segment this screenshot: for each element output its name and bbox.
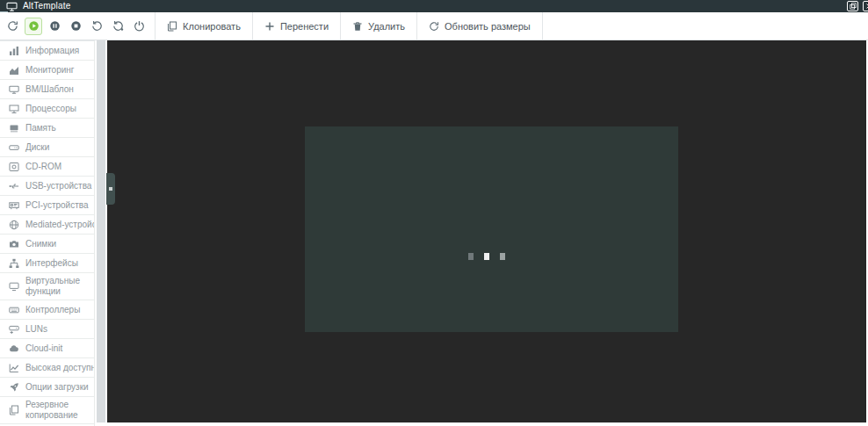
sidebar-scrollbar[interactable] <box>97 40 105 422</box>
sidebar-item-label: Cloud-init <box>25 343 62 354</box>
restore-icon <box>850 3 857 10</box>
area-chart-icon <box>9 65 19 76</box>
stop-circle-icon <box>70 20 82 32</box>
sidebar-item-interfaces[interactable]: Интерфейсы <box>0 254 94 273</box>
suspend-button[interactable] <box>46 18 63 35</box>
restart-icon <box>91 20 103 32</box>
delete-button[interactable]: Удалить <box>340 12 416 40</box>
sidebar-item-label: Снимки <box>25 239 56 249</box>
sidebar-item-info[interactable]: Информация <box>0 41 94 61</box>
sidebar-item-label: Информация <box>25 46 79 56</box>
sidebar-item-label: Процессоры <box>25 104 76 114</box>
console-screen[interactable] <box>305 126 678 332</box>
close-icon <box>865 3 868 10</box>
toolbar-actions: КлонироватьПеренестиУдалитьОбновить разм… <box>155 12 543 40</box>
sidebar-item-usb-devices[interactable]: USB-устройства <box>0 177 94 196</box>
sidebar-item-boot-options[interactable]: Опции загрузки <box>0 378 94 397</box>
sync-icon <box>429 21 439 32</box>
sidebar-item-label: Виртуальные функции <box>25 276 82 297</box>
sidebar-item-label: ВМ/Шаблон <box>25 84 74 95</box>
desktop-icon <box>9 104 19 114</box>
sidebar-item-monitoring[interactable]: Мониторинг <box>0 61 94 80</box>
sidebar-item-pci-devices[interactable]: PCI-устройства <box>0 196 94 215</box>
sidebar-item-label: CD-ROM <box>25 162 61 172</box>
loading-indicator <box>468 253 505 260</box>
restore-window-button[interactable] <box>847 1 858 11</box>
camera-icon <box>9 239 19 249</box>
bar-chart-icon <box>9 46 19 56</box>
keyboard-icon <box>9 305 19 315</box>
copy-icon <box>9 405 19 415</box>
plus-icon <box>264 21 275 32</box>
sidebar-item-controllers[interactable]: Контроллеры <box>0 300 94 320</box>
clone-button[interactable]: Клонировать <box>155 12 252 40</box>
sidebar-item-label: Память <box>25 123 56 134</box>
move-button-label: Перенести <box>280 21 329 32</box>
power-off-button[interactable] <box>130 18 148 35</box>
sidebar-item-label: PCI-устройства <box>25 200 89 211</box>
close-window-button[interactable] <box>863 1 868 11</box>
loading-dot-3 <box>500 253 505 260</box>
move-button[interactable]: Перенести <box>252 12 340 40</box>
rocket-icon <box>9 382 19 393</box>
sidebar-item-vm-template[interactable]: ВМ/Шаблон <box>0 80 94 99</box>
sidebar-item-cdrom[interactable]: CD-ROM <box>0 157 94 177</box>
vf-monitor-icon <box>9 281 19 292</box>
monitor-icon <box>6 2 18 11</box>
sidebar-item-snapshots[interactable]: Снимки <box>0 235 94 254</box>
sidebar-item-backup[interactable]: Резервное копирование <box>0 397 94 424</box>
pci-icon <box>9 200 19 211</box>
loading-dot-1 <box>468 253 474 260</box>
sidebar-item-label: Интерфейсы <box>25 258 78 269</box>
trash-icon <box>352 21 363 32</box>
reboot-button[interactable] <box>88 18 105 35</box>
sidebar-item-label: LUNs <box>25 324 47 335</box>
window-controls <box>847 1 868 11</box>
loading-dot-2 <box>484 253 489 260</box>
hdd-plus-icon <box>9 324 19 335</box>
refresh-button[interactable] <box>4 18 21 35</box>
sidebar-item-luns[interactable]: LUNs <box>0 320 94 339</box>
cloud-icon <box>9 343 19 354</box>
hdd-icon <box>9 142 19 153</box>
window-titlebar: AltTemplate <box>0 0 868 12</box>
globe-icon <box>9 220 19 230</box>
resize-button-label: Обновить размеры <box>445 21 531 32</box>
restart-force-icon <box>112 20 124 32</box>
shutdown-button[interactable] <box>67 18 84 35</box>
delete-button-label: Удалить <box>368 21 405 32</box>
play-circle-icon <box>28 20 40 32</box>
power-icon <box>134 20 145 32</box>
handle-dot-icon <box>109 187 112 191</box>
cd-icon <box>9 162 19 172</box>
sidebar-item-label: Резервное копирование <box>25 400 82 421</box>
sidebar-item-high-availability[interactable]: Высокая доступность <box>0 358 94 378</box>
sidebar-item-mediated-devices[interactable]: Mediated-устройства <box>0 215 94 235</box>
sidebar-item-label: Опции загрузки <box>25 382 89 393</box>
sidebar-item-cloud-init[interactable]: Cloud-init <box>0 339 94 358</box>
memory-icon <box>9 123 19 134</box>
sidebar-item-virtual-functions[interactable]: Виртуальные функции <box>0 273 94 300</box>
start-button[interactable] <box>25 18 42 35</box>
force-reboot-button[interactable] <box>109 18 127 35</box>
sidebar-item-label: Mediated-устройства <box>25 220 95 230</box>
sidebar-item-label: USB-устройства <box>25 181 91 191</box>
line-chart-icon <box>9 363 19 373</box>
toolbar-vm-controls <box>0 12 155 40</box>
toolbar: КлонироватьПеренестиУдалитьОбновить разм… <box>0 12 868 40</box>
window-title: AltTemplate <box>23 2 70 11</box>
usb-icon <box>9 181 19 191</box>
sidebar-item-label: Высокая доступность <box>25 363 95 373</box>
sidebar-item-processors[interactable]: Процессоры <box>0 99 94 119</box>
sidebar-item-label: Контроллеры <box>25 305 80 315</box>
sidebar-item-label: Диски <box>25 142 49 153</box>
sidebar-item-label: Мониторинг <box>25 65 74 76</box>
sidebar: ИнформацияМониторингВМ/ШаблонПроцессорыП… <box>0 40 95 426</box>
pause-circle-icon <box>49 20 61 32</box>
clone-icon <box>167 21 177 32</box>
resize-button[interactable]: Обновить размеры <box>416 12 543 40</box>
sidebar-item-disks[interactable]: Диски <box>0 138 94 157</box>
panel-collapse-handle[interactable] <box>106 173 115 205</box>
sitemap-icon <box>9 258 19 269</box>
sidebar-item-memory[interactable]: Память <box>0 119 94 138</box>
